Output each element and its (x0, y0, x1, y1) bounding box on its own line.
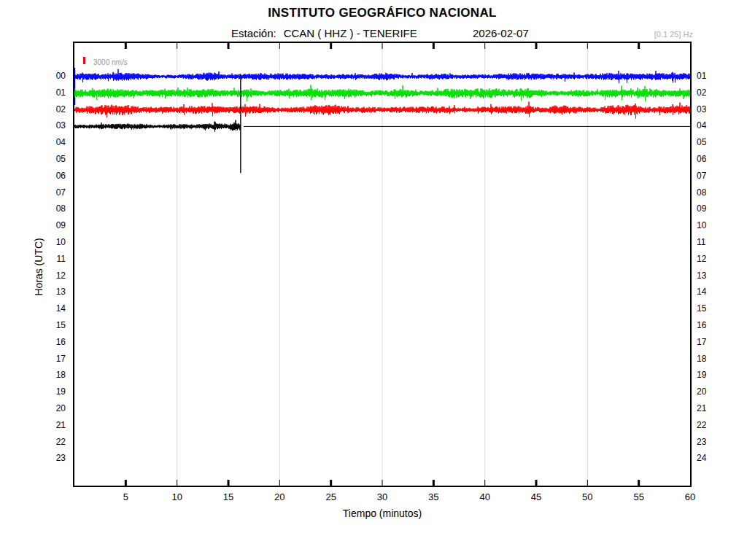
hour-label-right-03: 03 (697, 104, 721, 115)
x-tick-label-20: 20 (263, 491, 295, 502)
hour-label-left-18: 18 (41, 370, 66, 381)
hour-label-left-05: 05 (41, 154, 66, 165)
hour-label-right-21: 21 (697, 403, 721, 414)
x-tick-label-15: 15 (212, 491, 244, 502)
hour-label-left-10: 10 (41, 237, 66, 248)
hour-label-left-17: 17 (41, 354, 66, 365)
station-label: Estación: (231, 27, 276, 39)
x-tick-label-50: 50 (571, 491, 603, 502)
chart-title: INSTITUTO GEOGRÁFICO NACIONAL (73, 6, 692, 20)
scale-marker-icon (83, 57, 85, 64)
hour-label-left-23: 23 (41, 453, 66, 464)
hour-label-right-02: 02 (697, 88, 721, 98)
y-axis-label: Horas (UTC) (33, 219, 44, 314)
x-tick-label-30: 30 (366, 491, 398, 502)
hour-label-left-15: 15 (41, 320, 66, 331)
x-tick-label-25: 25 (315, 491, 347, 502)
hour-label-left-19: 19 (41, 386, 66, 397)
hour-label-left-16: 16 (41, 337, 66, 348)
hour-label-right-15: 15 (697, 303, 721, 314)
hour-label-right-18: 18 (697, 354, 721, 365)
hour-label-right-11: 11 (697, 237, 721, 248)
hour-label-right-20: 20 (697, 386, 721, 397)
hour-label-right-23: 23 (697, 437, 721, 448)
hour-label-left-20: 20 (41, 403, 66, 414)
hour-label-right-14: 14 (697, 287, 721, 298)
station-line: Estación:CCAN ( HHZ ) - TENERIFE (231, 27, 417, 39)
hour-label-right-19: 19 (697, 370, 721, 381)
trace-hour-03 (74, 120, 241, 132)
hour-label-right-08: 08 (697, 187, 721, 198)
station-value: CCAN ( HHZ ) - TENERIFE (284, 27, 417, 39)
date-label: 2026-02-07 (473, 27, 529, 39)
hour-label-left-01: 01 (41, 88, 66, 98)
hour-label-left-13: 13 (41, 287, 66, 298)
hour-label-left-11: 11 (41, 254, 66, 265)
hour-label-left-21: 21 (41, 420, 66, 431)
seismogram-plot: 3000 nm/s (74, 43, 690, 486)
x-tick-label-10: 10 (161, 491, 193, 502)
hour-label-right-16: 16 (697, 320, 721, 331)
hour-label-left-06: 06 (41, 171, 66, 182)
hour-label-right-04: 04 (697, 120, 721, 131)
hour-label-right-17: 17 (697, 337, 721, 348)
x-tick-label-40: 40 (469, 491, 501, 502)
hour-label-right-22: 22 (697, 420, 721, 431)
hour-label-left-14: 14 (41, 303, 66, 314)
hour-label-right-06: 06 (697, 154, 721, 165)
filter-band-label: [0.1 25] Hz (654, 30, 693, 39)
x-tick-label-55: 55 (623, 491, 655, 502)
x-tick-label-5: 5 (109, 491, 142, 502)
page-root: INSTITUTO GEOGRÁFICO NACIONAL Estación:C… (0, 0, 747, 560)
hour-label-right-01: 01 (697, 71, 721, 82)
hour-label-right-09: 09 (697, 203, 721, 214)
x-tick-label-45: 45 (520, 491, 552, 502)
hour-label-left-22: 22 (41, 437, 66, 448)
hour-label-right-12: 12 (697, 254, 721, 265)
hour-label-left-08: 08 (41, 203, 66, 214)
hour-label-left-09: 09 (41, 220, 66, 231)
x-tick-label-60: 60 (674, 491, 706, 502)
scale-legend-label: 3000 nm/s (93, 58, 128, 66)
hour-label-right-07: 07 (697, 171, 721, 182)
plot-frame: 3000 nm/s (73, 42, 692, 487)
hour-label-right-10: 10 (697, 220, 721, 231)
hour-label-right-24: 24 (697, 453, 721, 464)
hour-label-left-02: 02 (41, 104, 66, 115)
x-axis-label: Tiempo (minutos) (73, 508, 692, 519)
x-tick-label-35: 35 (417, 491, 449, 502)
hour-label-left-03: 03 (41, 120, 66, 131)
hour-label-left-07: 07 (41, 187, 66, 198)
hour-label-left-00: 00 (41, 71, 66, 82)
hour-label-left-04: 04 (41, 137, 66, 148)
hour-label-right-05: 05 (697, 137, 721, 148)
hour-label-right-13: 13 (697, 271, 721, 281)
hour-label-left-12: 12 (41, 271, 66, 281)
